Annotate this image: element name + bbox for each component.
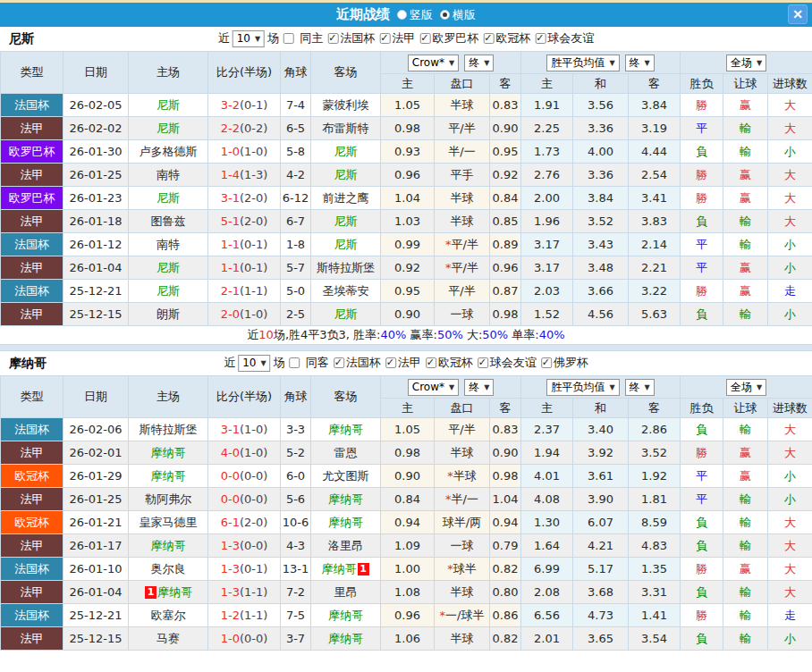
home-team: 勒阿弗尔 [129, 488, 208, 511]
away-team: 雷恩 [311, 441, 381, 465]
avg-away: 2.14 [629, 233, 681, 256]
avg-draw: 3.36 [573, 117, 629, 140]
sub-header-avg-draw: 和 [573, 399, 629, 418]
avg-select[interactable]: 胜平负均值 [546, 55, 619, 71]
summary-segment: 单率: [508, 328, 539, 341]
close-button[interactable]: ✕ [788, 4, 808, 24]
odds-final-select[interactable]: 终 [464, 379, 494, 396]
bookmaker-select[interactable]: Crow* [408, 379, 459, 396]
scope-select[interactable]: 全场 [726, 379, 766, 396]
home-odds: 1.06 [381, 627, 435, 651]
half-score: (0-1) [240, 562, 267, 575]
team-name-text: 欧塞尔 [151, 609, 186, 622]
league-badge: 法甲 [1, 210, 63, 233]
same-venue-checkbox[interactable]: 同客 [285, 355, 329, 371]
bookmaker-select[interactable]: Crow* [408, 55, 459, 71]
match-row: 法国杯25-12-21尼斯2-1(1-1)5-0圣埃蒂安0.95平/半0.872… [1, 280, 812, 303]
league-filter-label: 法甲 [392, 31, 415, 45]
result-cell: 勝 [681, 558, 723, 581]
vertical-layout-radio[interactable]: 竖版 [390, 7, 433, 23]
match-count-select[interactable]: 10 [238, 355, 270, 372]
half-score: (1-1) [240, 284, 267, 298]
team-name-text: 尼斯 [156, 122, 180, 135]
avg-draw: 3.43 [573, 233, 629, 256]
match-count-select[interactable]: 10 [233, 30, 265, 47]
handicap: *球半 [435, 558, 490, 581]
filters: 近 10 场 同客 法国杯法甲欧冠杯球会友谊佛罗杯 [224, 354, 588, 372]
horizontal-layout-radio[interactable]: 横版 [433, 7, 476, 23]
match-date: 26-01-30 [63, 140, 129, 164]
league-filter-欧罗巴杯[interactable]: 欧罗巴杯 [415, 31, 478, 45]
match-row: 欧罗巴杯26-01-23尼斯3-1(2-0)6-12前进之鹰1.04半球0.84… [1, 187, 812, 210]
avg-select[interactable]: 胜平负均值 [546, 379, 619, 396]
score-cell: 3-1(2-0) [208, 187, 281, 210]
league-filter-球会友谊[interactable]: 球会友谊 [530, 31, 594, 45]
league-badge: 法国杯 [1, 558, 63, 581]
half-score: (1-0) [240, 145, 267, 158]
league-filter-欧冠杯[interactable]: 欧冠杯 [478, 31, 530, 45]
section-divider [0, 344, 812, 351]
league-badge: 法国杯 [1, 280, 63, 303]
goals-result-cell: 大 [768, 210, 812, 233]
result-cell: 勝 [681, 604, 723, 627]
horizontal-layout-label: 横版 [453, 7, 476, 23]
avg-draw: 3.66 [573, 280, 629, 303]
league-filter-法甲[interactable]: 法甲 [381, 356, 421, 369]
home-team: 尼斯 [129, 256, 208, 280]
checkbox-checked-icon [426, 357, 436, 368]
same-venue-checkbox[interactable]: 同主 [279, 30, 323, 46]
league-filter-佛罗杯[interactable]: 佛罗杯 [537, 356, 588, 369]
avg-draw: 3.61 [573, 465, 629, 488]
team-name-text: 洛里昂 [328, 539, 363, 552]
league-filter-球会友谊[interactable]: 球会友谊 [473, 356, 537, 369]
near-label: 近 [218, 30, 230, 46]
full-score: 2-2 [221, 122, 240, 135]
goals-result-cell: 大 [768, 558, 812, 581]
results-table: 类型 日期 主场 比分(半场) 角球 客场 Crow*终 胜平负均值终 全场 [0, 375, 812, 651]
league-filter-欧冠杯[interactable]: 欧冠杯 [421, 356, 473, 369]
goals-result-cell: 大 [768, 441, 812, 465]
corners: 5-8 [281, 140, 311, 164]
full-score: 0-0 [221, 469, 240, 483]
avg-away: 2.54 [629, 164, 681, 187]
goals-result-cell: 大 [768, 581, 812, 604]
league-filter-法国杯[interactable]: 法国杯 [329, 356, 381, 369]
match-date: 26-01-04 [63, 581, 129, 604]
avg-home: 6.99 [521, 558, 573, 581]
match-date: 26-01-25 [63, 488, 129, 511]
team-name-text: 斯特拉斯堡 [317, 261, 375, 274]
team-name-text: 卢多格德斯 [140, 145, 198, 158]
page-title: 近期战绩 [336, 6, 390, 23]
match-date: 25-12-21 [63, 280, 129, 303]
full-score: 1-1 [221, 238, 240, 251]
avg-away: 2.86 [629, 418, 681, 441]
avg-away: 3.52 [629, 441, 681, 465]
match-row: 欧罗巴杯26-01-30卢多格德斯1-0(1-0)5-8尼斯0.93半/一0.9… [1, 140, 812, 164]
handicap: 半/一 [435, 140, 490, 164]
match-date: 26-01-21 [63, 511, 129, 534]
league-filter-法甲[interactable]: 法甲 [375, 31, 415, 45]
match-row: 法国杯26-01-12南特1-1(0-1)1-8尼斯0.99*平/半0.893.… [1, 233, 812, 256]
scope-select[interactable]: 全场 [726, 55, 766, 71]
titlebar: 近期战绩 竖版 横版 ✕ [0, 3, 812, 27]
league-filter-label: 法国杯 [340, 31, 375, 45]
summary-segment: 10 [258, 328, 274, 341]
avg-final-select[interactable]: 终 [625, 379, 655, 396]
full-score: 6-1 [221, 516, 240, 529]
odds-final-select[interactable]: 终 [464, 55, 494, 71]
avg-draw: 3.56 [573, 94, 629, 117]
home-team: 图鲁兹 [129, 210, 208, 233]
handicap-result-cell: 輸 [723, 117, 768, 140]
avg-final-select[interactable]: 终 [625, 55, 655, 71]
score-cell: 1-4(1-3) [208, 164, 281, 187]
full-score: 0-0 [221, 492, 240, 506]
home-team: 1摩纳哥 [129, 581, 208, 604]
team-name-text: 南特 [156, 238, 180, 251]
home-odds: 1.08 [381, 581, 435, 604]
sub-header-odds-home: 主 [381, 74, 435, 94]
half-score: (1-1) [240, 609, 267, 622]
team-name-text: 尤文图斯 [323, 469, 369, 483]
league-filter-法国杯[interactable]: 法国杯 [323, 31, 375, 45]
home-team: 尼斯 [129, 117, 208, 140]
away-odds: 0.89 [490, 233, 521, 256]
